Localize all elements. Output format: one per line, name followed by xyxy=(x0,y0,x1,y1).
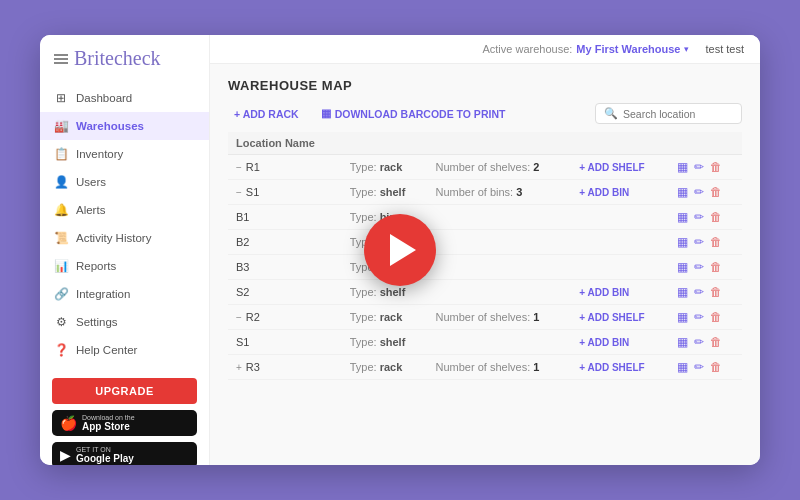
warehouse-chevron-icon[interactable]: ▾ xyxy=(684,44,689,54)
cell-type-r1: Type: rack xyxy=(342,155,428,180)
google-play-icon: ▶ xyxy=(60,447,71,463)
apple-icon: 🍎 xyxy=(60,415,77,431)
hamburger-menu[interactable] xyxy=(54,54,68,64)
add-button-s1[interactable]: + ADD BIN xyxy=(579,187,629,198)
edit-action-b3[interactable]: ✏ xyxy=(694,260,704,274)
add-button-r1[interactable]: + ADD SHELF xyxy=(579,162,644,173)
google-play-badge[interactable]: ▶ GET IT ON Google Play xyxy=(52,442,197,465)
download-barcode-button[interactable]: ▦ DOWNLOAD BARCODE TO PRINT xyxy=(315,103,512,124)
barcode-action-s1[interactable]: ▦ xyxy=(677,185,688,199)
add-button-r2[interactable]: + ADD SHELF xyxy=(579,312,644,323)
cell-type-s1: Type: shelf xyxy=(342,180,428,205)
delete-action-b2[interactable]: 🗑 xyxy=(710,235,722,249)
collapse-icon-s1[interactable]: − xyxy=(236,187,242,198)
delete-action-s1r2[interactable]: 🗑 xyxy=(710,335,722,349)
add-rack-button[interactable]: + ADD RACK xyxy=(228,104,305,124)
edit-action-r1[interactable]: ✏ xyxy=(694,160,704,174)
row-actions-s1r2: ▦ ✏ 🗑 xyxy=(677,335,734,349)
sidebar-item-dashboard[interactable]: ⊞Dashboard xyxy=(40,84,209,112)
cell-actions-s2: ▦ ✏ 🗑 xyxy=(669,280,742,305)
cell-count-b1 xyxy=(428,205,572,230)
table-row-r1: −R1 Type: rack Number of shelves: 2 + AD… xyxy=(228,155,742,180)
barcode-action-b2[interactable]: ▦ xyxy=(677,235,688,249)
count-label-r3: Number of shelves: xyxy=(436,361,531,373)
warehouse-name[interactable]: My First Warehouse xyxy=(576,43,680,55)
cell-add-r1: + ADD SHELF xyxy=(571,155,669,180)
row-actions-b1: ▦ ✏ 🗑 xyxy=(677,210,734,224)
sidebar-item-settings[interactable]: ⚙Settings xyxy=(40,308,209,336)
edit-action-s1r2[interactable]: ✏ xyxy=(694,335,704,349)
barcode-action-b1[interactable]: ▦ xyxy=(677,210,688,224)
app-store-badge[interactable]: 🍎 Download on the App Store xyxy=(52,410,197,436)
main-content: Active warehouse: My First Warehouse ▾ t… xyxy=(210,35,760,465)
cell-add-r2: + ADD SHELF xyxy=(571,305,669,330)
col-location: Location Name xyxy=(228,132,342,155)
download-label: Download on the xyxy=(82,414,135,421)
cell-add-b2 xyxy=(571,230,669,255)
nav-label-reports: Reports xyxy=(76,260,116,272)
delete-action-r3[interactable]: 🗑 xyxy=(710,360,722,374)
sidebar-item-help-center[interactable]: ❓Help Center xyxy=(40,336,209,364)
edit-action-b2[interactable]: ✏ xyxy=(694,235,704,249)
row-actions-b3: ▦ ✏ 🗑 xyxy=(677,260,734,274)
cell-actions-b2: ▦ ✏ 🗑 xyxy=(669,230,742,255)
add-button-s1r2[interactable]: + ADD BIN xyxy=(579,337,629,348)
delete-action-s2[interactable]: 🗑 xyxy=(710,285,722,299)
table-row-b1: B1 Type: bin ▦ ✏ 🗑 xyxy=(228,205,742,230)
sidebar-item-integration[interactable]: 🔗Integration xyxy=(40,280,209,308)
app-window: Britecheck ⊞Dashboard🏭Warehouses📋Invento… xyxy=(40,35,760,465)
search-input[interactable] xyxy=(623,108,733,120)
sidebar-item-alerts[interactable]: 🔔Alerts xyxy=(40,196,209,224)
delete-action-r1[interactable]: 🗑 xyxy=(710,160,722,174)
barcode-action-b3[interactable]: ▦ xyxy=(677,260,688,274)
location-name-s1: S1 xyxy=(246,186,259,198)
cell-name-s2: S2 xyxy=(228,280,342,305)
nav-icon-help-center: ❓ xyxy=(54,343,68,357)
add-button-r3[interactable]: + ADD SHELF xyxy=(579,362,644,373)
barcode-action-r1[interactable]: ▦ xyxy=(677,160,688,174)
nav-label-warehouses: Warehouses xyxy=(76,120,144,132)
location-name-r3: R3 xyxy=(246,361,260,373)
table-row-r2: −R2 Type: rack Number of shelves: 1 + AD… xyxy=(228,305,742,330)
row-actions-r1: ▦ ✏ 🗑 xyxy=(677,160,734,174)
edit-action-r3[interactable]: ✏ xyxy=(694,360,704,374)
collapse-icon-r1[interactable]: − xyxy=(236,162,242,173)
location-name-b2: B2 xyxy=(236,236,249,248)
edit-action-r2[interactable]: ✏ xyxy=(694,310,704,324)
sidebar-item-users[interactable]: 👤Users xyxy=(40,168,209,196)
add-button-s2[interactable]: + ADD BIN xyxy=(579,287,629,298)
edit-action-b1[interactable]: ✏ xyxy=(694,210,704,224)
sidebar-item-activity-history[interactable]: 📜Activity History xyxy=(40,224,209,252)
count-label-s1: Number of bins: xyxy=(436,186,514,198)
cell-type-s2: Type: shelf xyxy=(342,280,428,305)
delete-action-b1[interactable]: 🗑 xyxy=(710,210,722,224)
edit-action-s1[interactable]: ✏ xyxy=(694,185,704,199)
cell-type-b1: Type: bin xyxy=(342,205,428,230)
warehouse-table: Location Name −R1 Type: rack Number of s… xyxy=(228,132,742,380)
cell-count-s1r2 xyxy=(428,330,572,355)
collapse-icon-r2[interactable]: − xyxy=(236,312,242,323)
nav-icon-alerts: 🔔 xyxy=(54,203,68,217)
sidebar-item-warehouses[interactable]: 🏭Warehouses xyxy=(40,112,209,140)
cell-actions-b3: ▦ ✏ 🗑 xyxy=(669,255,742,280)
sidebar-item-reports[interactable]: 📊Reports xyxy=(40,252,209,280)
delete-action-b3[interactable]: 🗑 xyxy=(710,260,722,274)
barcode-action-s1r2[interactable]: ▦ xyxy=(677,335,688,349)
sidebar-item-inventory[interactable]: 📋Inventory xyxy=(40,140,209,168)
count-label-r2: Number of shelves: xyxy=(436,311,531,323)
barcode-action-s2[interactable]: ▦ xyxy=(677,285,688,299)
table-row-b3: B3 Type: bin ▦ ✏ 🗑 xyxy=(228,255,742,280)
location-name-r1: R1 xyxy=(246,161,260,173)
cell-name-r2: −R2 xyxy=(228,305,342,330)
delete-action-s1[interactable]: 🗑 xyxy=(710,185,722,199)
delete-action-r2[interactable]: 🗑 xyxy=(710,310,722,324)
count-val-r2: 1 xyxy=(533,311,539,323)
barcode-action-r3[interactable]: ▦ xyxy=(677,360,688,374)
location-name-b1: B1 xyxy=(236,211,249,223)
edit-action-s2[interactable]: ✏ xyxy=(694,285,704,299)
collapse-icon-r3[interactable]: + xyxy=(236,362,242,373)
cell-actions-r1: ▦ ✏ 🗑 xyxy=(669,155,742,180)
upgrade-button[interactable]: UPGRADE xyxy=(52,378,197,404)
cell-actions-r3: ▦ ✏ 🗑 xyxy=(669,355,742,380)
barcode-action-r2[interactable]: ▦ xyxy=(677,310,688,324)
